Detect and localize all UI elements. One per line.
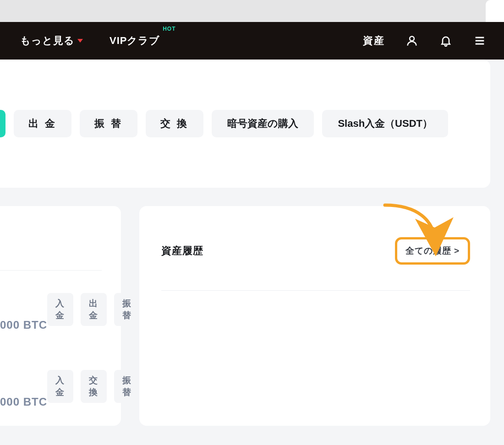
active-tab-sliver[interactable] [0, 110, 5, 137]
menu-icon[interactable] [473, 34, 487, 48]
withdraw-button[interactable]: 出 金 [14, 110, 71, 137]
mini-deposit-button[interactable]: 入金 [47, 293, 73, 326]
asset-history-panel: 資産履歴 全ての履歴 > [139, 206, 490, 426]
all-history-label: 全ての履歴 [405, 245, 451, 257]
nav-more-label: もっと見る [20, 34, 75, 48]
mini-deposit-button[interactable]: 入金 [47, 370, 73, 403]
nav-right: 資産 [363, 34, 487, 48]
mini-exchange-button[interactable]: 交換 [81, 370, 107, 403]
nav-vip-club[interactable]: VIPクラブ HOT [110, 34, 160, 48]
browser-chrome [0, 0, 504, 22]
all-history-button[interactable]: 全ての履歴 > [395, 237, 470, 265]
asset-row-actions: 入金 交換 振替 [47, 370, 140, 403]
hot-badge: HOT [163, 26, 175, 32]
asset-amount: 000 BTC [0, 319, 47, 331]
exchange-button[interactable]: 交 換 [146, 110, 203, 137]
slash-deposit-button[interactable]: Slash入金（USDT） [322, 110, 448, 137]
bell-icon[interactable] [439, 34, 453, 48]
asset-row-actions: 入金 出金 振替 [47, 293, 140, 326]
nav-more[interactable]: もっと見る [20, 34, 83, 48]
panels-row: 000 BTC 入金 出金 振替 000 BTC 入金 交換 振替 資産履歴 [0, 206, 490, 426]
mini-transfer-button[interactable]: 振替 [114, 293, 140, 326]
asset-row: 000 BTC 入金 出金 振替 [0, 293, 102, 326]
user-icon[interactable] [405, 34, 419, 48]
mini-transfer-button[interactable]: 振替 [114, 370, 140, 403]
svg-point-0 [410, 36, 414, 41]
action-buttons-card: 出 金 振 替 交 換 暗号資産の購入 Slash入金（USDT） [0, 60, 490, 188]
asset-row: 000 BTC 入金 交換 振替 [0, 370, 102, 403]
nav-assets[interactable]: 資産 [363, 34, 385, 48]
transfer-button[interactable]: 振 替 [80, 110, 137, 137]
asset-amount: 000 BTC [0, 396, 47, 408]
chevron-right-icon: > [454, 246, 460, 256]
asset-history-header: 資産履歴 全ての履歴 > [161, 237, 470, 291]
assets-list-panel: 000 BTC 入金 出金 振替 000 BTC 入金 交換 振替 [0, 206, 121, 426]
app-header: もっと見る VIPクラブ HOT 資産 [0, 22, 504, 60]
chevron-down-icon [77, 39, 83, 43]
mini-withdraw-button[interactable]: 出金 [81, 293, 107, 326]
nav-left: もっと見る VIPクラブ HOT [20, 34, 160, 48]
page-body: 出 金 振 替 交 換 暗号資産の購入 Slash入金（USDT） 000 BT… [0, 60, 504, 426]
buy-crypto-button[interactable]: 暗号資産の購入 [212, 110, 314, 137]
nav-vip-label: VIPクラブ [110, 34, 160, 48]
asset-history-title: 資産履歴 [161, 244, 203, 258]
